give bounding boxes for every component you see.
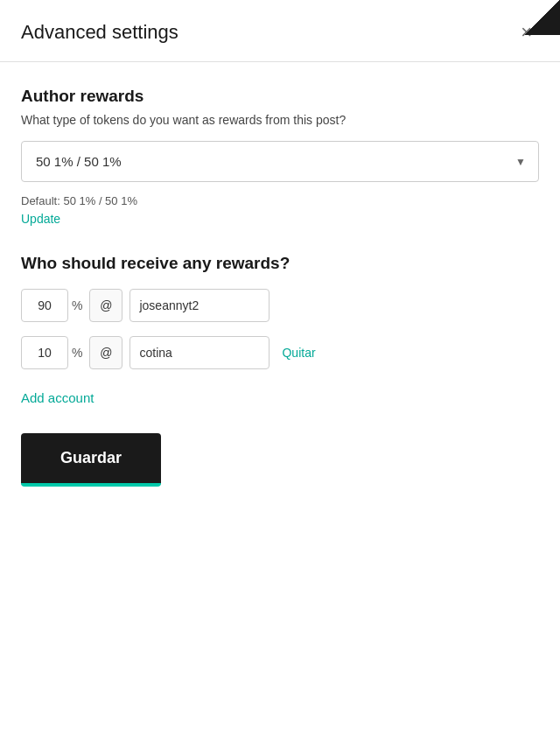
at-badge-2: @ (89, 336, 122, 369)
remove-beneficiary-button[interactable]: Quitar (282, 346, 315, 360)
rewards-select-wrapper[interactable]: 50 1% / 50 1% ▼ (21, 141, 539, 182)
add-account-link[interactable]: Add account (21, 390, 94, 405)
default-value-text: Default: 50 1% / 50 1% (21, 194, 539, 207)
modal-body: Author rewards What type of tokens do yo… (0, 62, 560, 508)
modal-title: Advanced settings (21, 21, 178, 44)
percent-input-1[interactable] (21, 289, 68, 322)
percent-input-2[interactable] (21, 336, 68, 369)
at-badge-1: @ (89, 289, 122, 322)
beneficiary-row-2: % @ Quitar (21, 336, 539, 369)
modal: Advanced settings × Author rewards What … (0, 0, 560, 729)
percent-wrapper-1: % (21, 289, 82, 322)
rewards-select-display[interactable]: 50 1% / 50 1% (22, 142, 538, 181)
beneficiaries-section: Who should receive any rewards? % @ % @ … (21, 254, 539, 433)
beneficiaries-title: Who should receive any rewards? (21, 254, 539, 273)
top-accent-decoration (525, 0, 560, 35)
modal-header: Advanced settings × (0, 0, 560, 62)
beneficiary-row: % @ (21, 289, 539, 322)
author-rewards-section: Author rewards What type of tokens do yo… (21, 87, 539, 250)
chevron-down-icon: ▼ (515, 156, 526, 168)
update-link[interactable]: Update (21, 212, 60, 226)
percent-wrapper-2: % (21, 336, 82, 369)
username-input-1[interactable] (130, 289, 270, 322)
author-rewards-description: What type of tokens do you want as rewar… (21, 113, 539, 127)
save-button[interactable]: Guardar (21, 433, 161, 487)
percent-label-2: % (72, 346, 82, 360)
percent-label-1: % (72, 298, 82, 312)
author-rewards-title: Author rewards (21, 87, 539, 106)
username-input-2[interactable] (130, 336, 270, 369)
